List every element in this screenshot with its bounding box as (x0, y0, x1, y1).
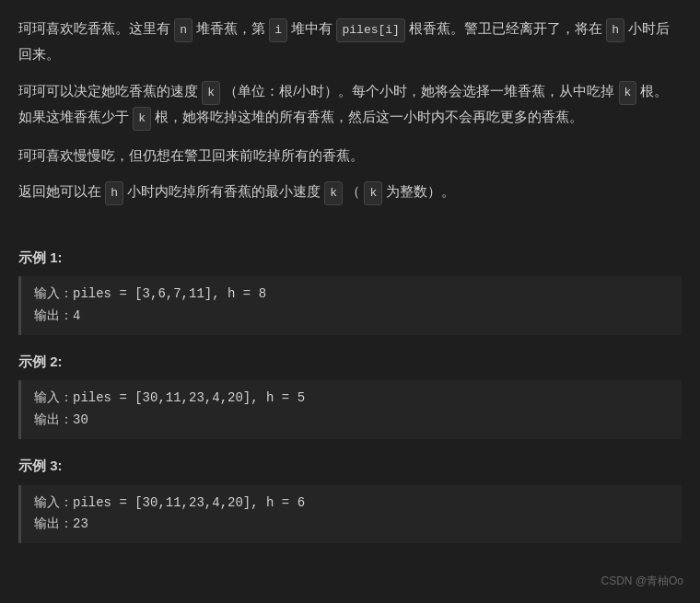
example-2-input: 输入：piles = [30,11,23,4,20], h = 5 (34, 388, 669, 410)
paragraph-3: 珂珂喜欢慢慢吃，但仍想在警卫回来前吃掉所有的香蕉。 (18, 144, 682, 168)
example-3-input: 输入：piles = [30,11,23,4,20], h = 6 (34, 493, 669, 515)
example-3-output: 输出：23 (34, 514, 669, 536)
p4-text-4: 为整数）。 (386, 183, 455, 199)
p4-text-2: 小时内吃掉所有香蕉的最小速度 (127, 183, 321, 199)
p4-text-1: 返回她可以在 (18, 183, 101, 199)
inline-code-piles: piles[i] (336, 18, 404, 42)
p2-text-4: 根，她将吃掉这堆的所有香蕉，然后这一小时内不会再吃更多的香蕉。 (155, 109, 583, 124)
watermark: CSDN @青柚Oo (601, 572, 683, 590)
p1-text-1: 珂珂喜欢吃香蕉。这里有 (18, 20, 170, 36)
inline-code-k5: k (364, 181, 382, 205)
paragraph-4: 返回她可以在 h 小时内吃掉所有香蕉的最小速度 k （ k 为整数）。 (18, 180, 682, 205)
p2-text-1: 珂珂可以决定她吃香蕉的速度 (18, 83, 198, 99)
example-3-title: 示例 3: (18, 454, 682, 478)
p1-text-2: 堆香蕉，第 (196, 20, 265, 36)
p1-text-4: 根香蕉。警卫已经离开了，将在 (409, 20, 602, 36)
example-1-block: 输入：piles = [3,6,7,11], h = 8 输出：4 (18, 276, 682, 335)
example-1-output: 输出：4 (34, 306, 669, 328)
inline-code-k2: k (619, 81, 637, 105)
example-2-container: 示例 2: 输入：piles = [30,11,23,4,20], h = 5 … (18, 350, 682, 439)
example-2-block: 输入：piles = [30,11,23,4,20], h = 5 输出：30 (18, 380, 682, 439)
paragraph-2: 珂珂可以决定她吃香蕉的速度 k （单位：根/小时）。每个小时，她将会选择一堆香蕉… (18, 79, 682, 131)
inline-code-k3: k (133, 107, 151, 131)
example-3-block: 输入：piles = [30,11,23,4,20], h = 6 输出：23 (18, 485, 682, 544)
example-1-input: 输入：piles = [3,6,7,11], h = 8 (34, 284, 669, 306)
p4-text-3: （ (346, 183, 360, 199)
examples-container: 示例 1: 输入：piles = [3,6,7,11], h = 8 输出：4 … (18, 246, 682, 543)
inline-code-n: n (174, 18, 192, 42)
example-3-container: 示例 3: 输入：piles = [30,11,23,4,20], h = 6 … (18, 454, 682, 543)
inline-code-k4: k (324, 181, 343, 205)
p1-text-3: 堆中有 (291, 20, 332, 36)
example-1-container: 示例 1: 输入：piles = [3,6,7,11], h = 8 输出：4 (18, 246, 682, 335)
paragraph-1: 珂珂喜欢吃香蕉。这里有 n 堆香蕉，第 i 堆中有 piles[i] 根香蕉。警… (18, 17, 682, 66)
p3-text: 珂珂喜欢慢慢吃，但仍想在警卫回来前吃掉所有的香蕉。 (18, 147, 364, 163)
inline-code-h: h (606, 18, 624, 42)
inline-code-k1: k (202, 81, 220, 105)
example-2-title: 示例 2: (18, 350, 682, 374)
example-1-title: 示例 1: (18, 246, 682, 270)
p2-text-2: （单位：根/小时）。每个小时，她将会选择一堆香蕉，从中吃掉 (224, 83, 614, 99)
inline-code-h2: h (105, 181, 123, 205)
inline-code-i: i (269, 18, 287, 42)
example-2-output: 输出：30 (34, 410, 669, 432)
